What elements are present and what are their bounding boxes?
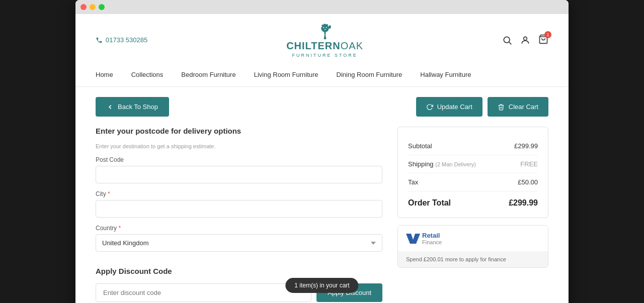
logo-subtitle: FURNITURE STORE [292, 53, 357, 58]
refresh-icon [426, 104, 433, 111]
phone-area: 01733 530285 [96, 36, 147, 44]
finance-logo: Retail Finance [406, 232, 442, 245]
city-label: City * [96, 190, 382, 197]
logo-text: CHILTERN OAK [286, 40, 363, 52]
shipping-label-wrap: Shipping (2 Man Delivery) [408, 160, 476, 168]
delivery-title: Enter your postcode for delivery options [96, 127, 382, 135]
logo-light: OAK [341, 40, 363, 52]
nav-home[interactable]: Home [96, 71, 113, 80]
total-value: £299.99 [509, 198, 538, 208]
shipping-detail: (2 Man Delivery) [435, 161, 476, 167]
clear-cart-button[interactable]: Clear Cart [488, 97, 548, 117]
subtotal-row: Subtotal £299.99 [408, 137, 538, 155]
minimize-button[interactable] [90, 4, 96, 10]
logo-bold: CHILTERN [286, 40, 341, 52]
account-icon[interactable] [520, 35, 530, 45]
delivery-helper: Enter your destination to get a shipping… [96, 143, 382, 149]
action-bar: Back To Shop Update Cart Clear Cart [96, 87, 548, 127]
shipping-row: Shipping (2 Man Delivery) FREE [408, 155, 538, 173]
nav-dining[interactable]: Dining Room Furniture [337, 71, 403, 80]
site-logo[interactable]: CHILTERN OAK FURNITURE STORE [286, 22, 363, 58]
svg-marker-7 [406, 234, 420, 244]
svg-point-3 [504, 37, 510, 43]
nav-bedroom[interactable]: Bedroom Furniture [181, 71, 235, 80]
phone-icon [96, 37, 103, 44]
nav-living[interactable]: Living Room Furniture [254, 71, 318, 80]
phone-number: 01733 530285 [106, 36, 147, 44]
shipping-value: FREE [520, 160, 538, 168]
cart-toast: 1 item(s) in your cart [285, 278, 358, 293]
tax-value: £50.00 [518, 178, 538, 186]
back-label: Back To Shop [118, 103, 158, 111]
svg-point-2 [326, 27, 327, 28]
delivery-section: Enter your postcode for delivery options… [96, 127, 382, 252]
chevron-left-icon [107, 104, 114, 111]
finance-box: Retail Finance Spend £200.01 more to app… [397, 225, 548, 268]
tax-label: Tax [408, 178, 418, 186]
toast-text: 1 item(s) in your cart [294, 282, 349, 289]
order-summary: Subtotal £299.99 Shipping (2 Man Deliver… [397, 127, 548, 218]
total-label: Order Total [408, 198, 451, 208]
country-group: Country * United Kingdom United States G… [96, 225, 382, 252]
maximize-button[interactable] [99, 4, 105, 10]
finance-header: Retail Finance [398, 226, 548, 251]
country-select[interactable]: United Kingdom United States Germany Fra… [96, 234, 382, 252]
header-top: 01733 530285 CHILTERN OAK FURNITURE S [96, 22, 548, 58]
titlebar [75, 0, 569, 14]
nav-collections[interactable]: Collections [131, 71, 164, 80]
country-required: * [118, 225, 121, 232]
right-column: Subtotal £299.99 Shipping (2 Man Deliver… [397, 127, 548, 268]
finance-text: Retail Finance [422, 232, 442, 245]
finance-promo: Spend £200.01 more to apply for finance [398, 251, 548, 267]
svg-point-5 [524, 37, 527, 40]
city-group: City * [96, 190, 382, 218]
shipping-label: Shipping [408, 160, 434, 168]
country-label: Country * [96, 225, 382, 232]
trash-icon [498, 104, 505, 111]
svg-point-1 [323, 27, 324, 28]
site-header: 01733 530285 CHILTERN OAK FURNITURE S [75, 14, 569, 87]
update-label: Update Cart [437, 103, 472, 111]
main-nav: Home Collections Bedroom Furniture Livin… [96, 65, 548, 86]
subtotal-value: £299.99 [514, 142, 538, 150]
update-cart-button[interactable]: Update Cart [416, 97, 482, 117]
main-content: Back To Shop Update Cart Clear Cart Ente… [75, 87, 569, 303]
close-button[interactable] [80, 4, 87, 10]
discount-title: Apply Discount Code [96, 267, 382, 275]
browser-window: 01733 530285 CHILTERN OAK FURNITURE S [75, 0, 569, 303]
back-to-shop-button[interactable]: Back To Shop [96, 97, 169, 117]
cart-badge: 1 [544, 31, 551, 38]
svg-line-4 [509, 42, 512, 44]
squirrel-icon [316, 22, 334, 40]
left-column: Enter your postcode for delivery options… [96, 127, 382, 303]
postcode-label: Post Code [96, 156, 382, 163]
tax-row: Tax £50.00 [408, 173, 538, 191]
city-required: * [108, 190, 110, 197]
content-grid: Enter your postcode for delivery options… [96, 127, 548, 303]
search-icon[interactable] [502, 35, 512, 45]
clear-label: Clear Cart [509, 103, 538, 111]
postcode-input[interactable] [96, 166, 382, 183]
total-row: Order Total £299.99 [408, 191, 538, 208]
nav-hallway[interactable]: Hallway Furniture [420, 71, 471, 80]
v12-logo-icon [406, 234, 420, 244]
city-input[interactable] [96, 200, 382, 218]
postcode-group: Post Code [96, 156, 382, 183]
subtotal-label: Subtotal [408, 142, 432, 150]
retail-label: Retail [422, 232, 442, 239]
header-icons: 1 [502, 34, 548, 46]
cart-icon-wrap[interactable]: 1 [538, 34, 548, 46]
finance-label: Finance [422, 239, 442, 245]
cart-actions: Update Cart Clear Cart [416, 97, 548, 117]
discount-input[interactable] [96, 283, 311, 302]
